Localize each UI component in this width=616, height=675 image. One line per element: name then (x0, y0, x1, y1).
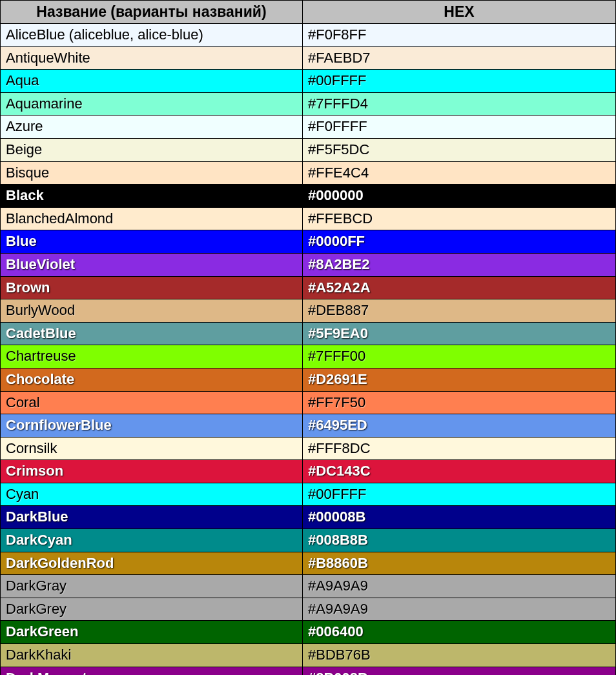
color-hex-cell: #DEB887 (303, 299, 616, 323)
color-hex-cell: #FFEBCD (303, 207, 616, 230)
color-name: Azure (6, 118, 43, 134)
color-hex-cell: #FF7F50 (303, 391, 616, 414)
table-row: CornflowerBlue#6495ED (1, 414, 616, 438)
table-header-row: Название (варианты названий) HEX (1, 1, 616, 24)
color-name-cell: Cornsilk (1, 437, 303, 460)
color-name: DarkCyan (6, 532, 72, 548)
color-hex-cell: #FFE4C4 (303, 161, 616, 185)
table-row: Chartreuse#7FFF00 (1, 345, 616, 368)
color-hex-cell: #0000FF (303, 230, 616, 254)
color-hex-cell: #7FFF00 (303, 345, 616, 368)
color-hex: #FFEBCD (308, 210, 373, 227)
table-row: Brown#A52A2A (1, 276, 616, 299)
color-name-cell: Bisque (1, 161, 303, 185)
color-name-cell: DarkBlue (1, 506, 303, 529)
table-row: DarkKhaki#BDB76B (1, 644, 616, 667)
color-name: Crimson (6, 463, 63, 479)
color-name-cell: DarkGreen (1, 621, 303, 644)
color-name-cell: BurlyWood (1, 299, 303, 323)
table-row: Cornsilk#FFF8DC (1, 437, 616, 460)
color-hex: #8A2BE2 (308, 256, 369, 272)
color-name: CadetBlue (6, 325, 76, 341)
color-name-cell: BlueViolet (1, 253, 303, 276)
color-hex: #D2691E (308, 371, 367, 387)
color-name-cell: Chartreuse (1, 345, 303, 368)
color-hex-cell: #D2691E (303, 368, 616, 391)
color-hex: #A52A2A (308, 279, 371, 296)
color-name: Cyan (6, 486, 39, 502)
color-name-cell: Cyan (1, 483, 303, 506)
color-hex-cell: #F5F5DC (303, 138, 616, 161)
table-row: Azure#F0FFFF (1, 116, 616, 139)
color-hex-cell: #B8860B (303, 552, 616, 575)
color-name-cell: BlanchedAlmond (1, 207, 303, 230)
color-name-cell: DarkMagenta (1, 667, 303, 675)
color-hex: #F0FFFF (308, 118, 367, 134)
color-name: DarkGrey (6, 601, 67, 617)
table-row: DarkCyan#008B8B (1, 529, 616, 552)
color-name: Black (6, 187, 44, 203)
table-row: BlueViolet#8A2BE2 (1, 253, 616, 276)
color-name: Aqua (6, 72, 39, 88)
color-name-cell: Chocolate (1, 368, 303, 391)
color-hex: #FFF8DC (308, 440, 371, 456)
color-name-cell: Black (1, 185, 303, 208)
color-name: DarkMagenta (6, 670, 95, 675)
table-row: AntiqueWhite#FAEBD7 (1, 46, 616, 70)
color-hex-cell: #FAEBD7 (303, 46, 616, 70)
table-row: DarkMagenta#8B008B (1, 667, 616, 675)
color-hex: #000000 (308, 187, 364, 203)
color-hex: #7FFF00 (308, 348, 365, 364)
color-name-cell: CadetBlue (1, 322, 303, 345)
color-hex-cell: #8B008B (303, 667, 616, 675)
color-hex: #6495ED (308, 417, 367, 433)
color-hex: #006400 (308, 623, 364, 640)
color-name-cell: Crimson (1, 460, 303, 483)
color-hex: #A9A9A9 (308, 578, 368, 594)
color-hex: #DC143C (308, 463, 371, 479)
color-hex-cell: #F0FFFF (303, 116, 616, 139)
color-hex: #B8860B (308, 555, 368, 571)
color-hex-cell: #006400 (303, 621, 616, 644)
color-name-cell: DarkGrey (1, 598, 303, 621)
color-name: Chocolate (6, 371, 74, 387)
table-row: Chocolate#D2691E (1, 368, 616, 391)
color-hex-cell: #A9A9A9 (303, 575, 616, 598)
table-body: AliceBlue (aliceblue, alice-blue)#F0F8FF… (1, 24, 616, 676)
color-name: Coral (6, 394, 40, 410)
table-row: BlanchedAlmond#FFEBCD (1, 207, 616, 230)
color-hex: #FFE4C4 (308, 165, 369, 181)
color-hex-cell: #7FFFD4 (303, 92, 616, 116)
color-hex-cell: #BDB76B (303, 644, 616, 667)
color-name-cell: DarkCyan (1, 529, 303, 552)
color-hex: #F0F8FF (308, 26, 366, 43)
color-name: CornflowerBlue (6, 417, 112, 433)
color-hex-cell: #00FFFF (303, 70, 616, 93)
color-hex-cell: #DC143C (303, 460, 616, 483)
color-hex: #BDB76B (308, 647, 371, 663)
color-hex: #00FFFF (308, 72, 366, 88)
color-name-cell: DarkGoldenRod (1, 552, 303, 575)
color-name-cell: Aquamarine (1, 92, 303, 116)
color-name: DarkGray (6, 578, 67, 594)
color-hex-cell: #8A2BE2 (303, 253, 616, 276)
color-table: Название (варианты названий) HEX AliceBl… (0, 0, 616, 675)
color-name-cell: Coral (1, 391, 303, 414)
table-row: Coral#FF7F50 (1, 391, 616, 414)
color-name: BlueViolet (6, 256, 75, 272)
table-row: BurlyWood#DEB887 (1, 299, 616, 323)
header-hex: HEX (303, 1, 616, 24)
color-hex: #7FFFD4 (308, 96, 368, 112)
color-name: AliceBlue (aliceblue, alice-blue) (6, 26, 203, 43)
color-name-cell: DarkKhaki (1, 644, 303, 667)
color-hex: #F5F5DC (308, 141, 369, 157)
table-row: DarkGreen#006400 (1, 621, 616, 644)
color-name: DarkGreen (6, 623, 79, 640)
color-name-cell: Aqua (1, 70, 303, 93)
table-row: Beige#F5F5DC (1, 138, 616, 161)
color-hex-cell: #00008B (303, 506, 616, 529)
table-row: DarkBlue#00008B (1, 506, 616, 529)
color-hex-cell: #000000 (303, 185, 616, 208)
color-hex: #5F9EA0 (308, 325, 368, 341)
color-name-cell: AliceBlue (aliceblue, alice-blue) (1, 24, 303, 47)
